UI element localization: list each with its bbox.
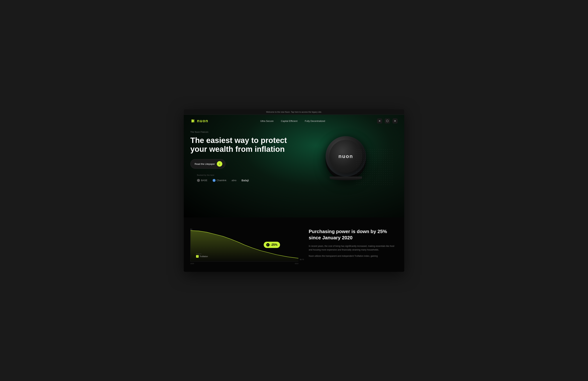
twitter-icon[interactable]: ✕ [377,118,382,124]
percent-badge: ▼ -25% [264,242,280,248]
chart-area: $1 So [184,217,305,272]
logo-text: nuon [197,118,208,123]
hero-dots [356,148,393,185]
backed-logo-abra: abra [231,179,236,182]
percent-value: -25% [271,243,277,247]
browser-frame: Welcome to the new Nuon. Tap here to acc… [184,109,404,272]
nav-links: Ultra Secure Capital Efficient Fully Dec… [260,119,325,123]
backed-logos: BASE ⬡ Chainlink abra Balaji [197,179,287,182]
chart-wrapper: $1 So [190,229,298,265]
chart-y2-label: $0.75 [300,259,304,260]
hero-subtitle: The Nuon Flatcoin [190,131,294,133]
purchasing-title: Purchasing power is down by 25% since Ja… [309,229,398,241]
backed-logo-balaji: Balaji [241,179,249,182]
hero-content: The Nuon Flatcoin The easiest way to pro… [184,127,404,193]
backed-logo-chainlink: ⬡ Chainlink [213,179,226,182]
chart-x-end: 2024 [295,263,298,265]
backed-label: Backed by the best [197,174,287,176]
source-label: Source: [196,253,208,255]
right-text-area: Purchasing power is down by 25% since Ja… [305,217,404,272]
nav-item-fully-decentralized[interactable]: Fully Decentralized [305,119,325,123]
percent-arrow-icon: ▼ [266,243,270,247]
telegram-icon[interactable]: ✈ [393,118,398,124]
discord-icon[interactable]: ⬡ [385,118,390,124]
nav-item-ultra-secure[interactable]: Ultra Secure [260,119,273,123]
chart-x-labels: 2020 2024 [190,262,298,265]
logo-icon [190,118,195,124]
truflation-badge: T Truflation [196,255,208,258]
announcement-text: Welcome to the new Nuon. Tap here to acc… [266,111,322,113]
purchasing-desc-1: In recent years, the cost of living has … [309,244,398,252]
announcement-bar[interactable]: Welcome to the new Nuon. Tap here to acc… [184,109,404,115]
cta-button[interactable]: Read the Litepaper › [190,159,226,169]
logo[interactable]: nuon [190,118,208,124]
purchasing-desc-2: Nuon utilizes the transparent and indepe… [309,254,398,258]
bottom-section: $1 So [184,217,404,272]
nav-item-capital-efficient[interactable]: Capital Efficient [281,119,297,123]
nav-social: ✕ ⬡ ✈ [377,118,398,124]
truflation-icon: T [196,255,199,258]
cta-button-text: Read the Litepaper [195,163,215,165]
source-badge: Source: T Truflation [196,253,208,258]
chart-x-start: 2020 [190,263,194,265]
hero-text: The Nuon Flatcoin The easiest way to pro… [190,131,294,182]
backed-logo-base: BASE [197,179,208,182]
cta-arrow-icon: › [217,161,222,167]
navbar: nuon Ultra Secure Capital Efficient Full… [184,115,404,127]
hero-section: nuon Ultra Secure Capital Efficient Full… [184,115,404,217]
hero-title: The easiest way to protect your wealth f… [190,136,294,154]
coin-text: nuon [338,153,353,159]
truflation-text: Truflation [200,255,208,257]
chart-container: Source: T Truflation ▼ -25% $0.75 [190,229,298,262]
hero-coin: nuon [294,136,398,176]
backed-section: Backed by the best BASE ⬡ Chainlink abra [190,169,294,182]
